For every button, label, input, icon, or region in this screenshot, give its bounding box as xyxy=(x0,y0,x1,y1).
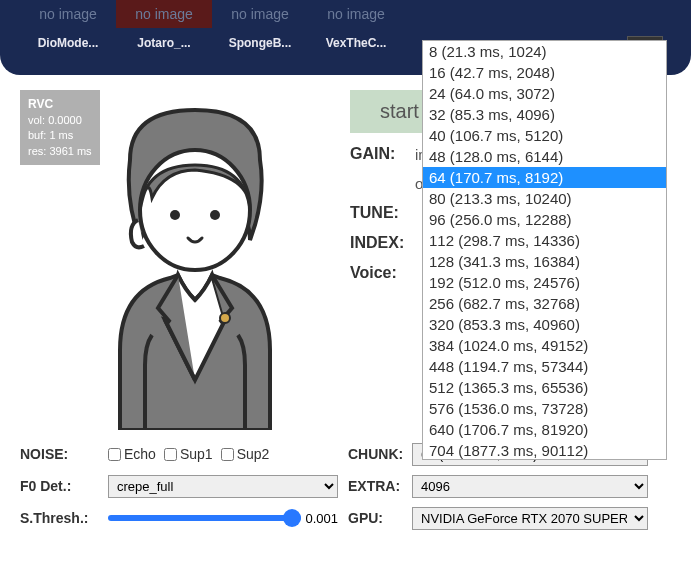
model-tab[interactable]: DioMode... xyxy=(20,36,116,50)
index-label: INDEX: xyxy=(350,234,415,252)
model-thumb[interactable]: no image xyxy=(116,0,212,28)
chunk-option[interactable]: 16 (42.7 ms, 2048) xyxy=(423,62,666,83)
chunk-option[interactable]: 320 (853.3 ms, 40960) xyxy=(423,314,666,335)
chunk-option[interactable]: 128 (341.3 ms, 16384) xyxy=(423,251,666,272)
character-avatar xyxy=(70,90,320,430)
model-thumb[interactable]: no image xyxy=(20,0,116,28)
echo-checkbox[interactable]: Echo xyxy=(108,446,156,462)
model-thumb[interactable]: no image xyxy=(212,0,308,28)
thumbnail-row: no image no image no image no image xyxy=(20,0,671,28)
extra-select[interactable]: 4096 xyxy=(412,475,648,498)
chunk-option[interactable]: 704 (1877.3 ms, 90112) xyxy=(423,440,666,460)
svg-point-3 xyxy=(220,313,230,323)
chunk-option[interactable]: 8 (21.3 ms, 1024) xyxy=(423,41,666,62)
chunk-option[interactable]: 48 (128.0 ms, 6144) xyxy=(423,146,666,167)
chunk-option[interactable]: 96 (256.0 ms, 12288) xyxy=(423,209,666,230)
chunk-option[interactable]: 576 (1536.0 ms, 73728) xyxy=(423,398,666,419)
sup2-checkbox[interactable]: Sup2 xyxy=(221,446,270,462)
status-buf: buf: 1 ms xyxy=(28,128,92,143)
chunk-option[interactable]: 448 (1194.7 ms, 57344) xyxy=(423,356,666,377)
sthresh-slider[interactable] xyxy=(108,515,301,521)
status-title: RVC xyxy=(28,96,92,113)
noise-label: NOISE: xyxy=(20,446,108,462)
gpu-label: GPU: xyxy=(348,510,412,526)
model-thumb[interactable]: no image xyxy=(308,0,404,28)
gpu-select[interactable]: NVIDIA GeForce RTX 2070 SUPER(! xyxy=(412,507,648,530)
sup1-checkbox[interactable]: Sup1 xyxy=(164,446,213,462)
sthresh-value: 0.001 xyxy=(305,511,338,526)
chunk-option[interactable]: 256 (682.7 ms, 32768) xyxy=(423,293,666,314)
voice-label: Voice: xyxy=(350,264,415,282)
gain-label: GAIN: xyxy=(350,145,415,163)
extra-label: EXTRA: xyxy=(348,478,412,494)
chunk-option[interactable]: 40 (106.7 ms, 5120) xyxy=(423,125,666,146)
tune-label: TUNE: xyxy=(350,204,415,222)
chunk-option[interactable]: 384 (1024.0 ms, 49152) xyxy=(423,335,666,356)
status-vol: vol: 0.0000 xyxy=(28,113,92,128)
model-tab[interactable]: VexTheC... xyxy=(308,36,404,50)
status-box: RVC vol: 0.0000 buf: 1 ms res: 3961 ms xyxy=(20,90,100,165)
model-tab[interactable]: Jotaro_... xyxy=(116,36,212,50)
chunk-dropdown-list[interactable]: 8 (21.3 ms, 1024)16 (42.7 ms, 2048)24 (6… xyxy=(422,40,667,460)
chunk-option[interactable]: 512 (1365.3 ms, 65536) xyxy=(423,377,666,398)
chunk-option[interactable]: 192 (512.0 ms, 24576) xyxy=(423,272,666,293)
chunk-option[interactable]: 32 (85.3 ms, 4096) xyxy=(423,104,666,125)
chunk-option[interactable]: 80 (213.3 ms, 10240) xyxy=(423,188,666,209)
chunk-label: CHUNK: xyxy=(348,446,412,462)
chunk-option[interactable]: 640 (1706.7 ms, 81920) xyxy=(423,419,666,440)
model-tab[interactable]: SpongeB... xyxy=(212,36,308,50)
sthresh-label: S.Thresh.: xyxy=(20,510,108,526)
f0-select[interactable]: crepe_full xyxy=(108,475,338,498)
status-res: res: 3961 ms xyxy=(28,144,92,159)
chunk-option[interactable]: 64 (170.7 ms, 8192) xyxy=(423,167,666,188)
svg-point-2 xyxy=(210,210,220,220)
chunk-option[interactable]: 112 (298.7 ms, 14336) xyxy=(423,230,666,251)
svg-point-1 xyxy=(170,210,180,220)
chunk-option[interactable]: 24 (64.0 ms, 3072) xyxy=(423,83,666,104)
f0-label: F0 Det.: xyxy=(20,478,108,494)
